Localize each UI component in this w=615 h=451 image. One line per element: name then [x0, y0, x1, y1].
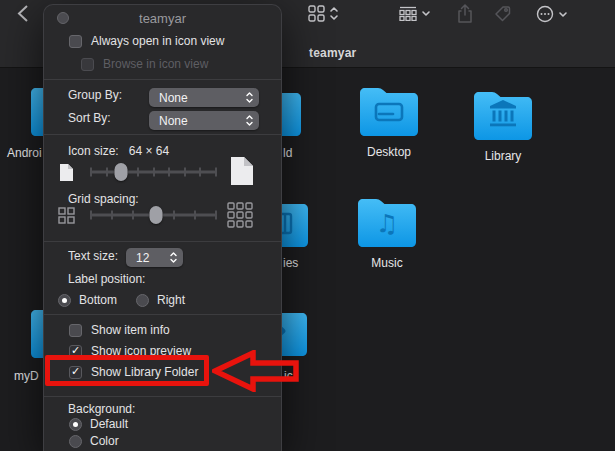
sort-by-label: Sort By: — [68, 111, 111, 125]
grid-spacing-label: Grid spacing: — [68, 192, 139, 206]
window-title: teamyar — [309, 46, 356, 60]
show-item-info-checkbox[interactable] — [69, 324, 82, 337]
folder-desktop[interactable]: Desktop — [357, 84, 421, 159]
group-by-popup[interactable]: None — [149, 88, 259, 107]
text-size-label: Text size: — [68, 249, 118, 263]
small-grid-icon — [58, 207, 75, 224]
icon-size-row: Icon size: 64 × 64 — [68, 144, 169, 158]
text-size-popup[interactable]: 12 — [126, 248, 183, 267]
divider — [44, 396, 282, 397]
background-label: Background: — [68, 402, 135, 416]
default-radio[interactable] — [69, 418, 82, 431]
ellipsis-circle-icon — [536, 5, 554, 23]
folder-icon: ♫ — [355, 195, 419, 247]
share-button[interactable] — [456, 3, 474, 24]
grid-spacing-slider[interactable] — [91, 206, 216, 224]
folder-label: Library — [471, 149, 535, 163]
folder-label: Androi — [7, 146, 42, 160]
color-radio[interactable] — [69, 435, 82, 448]
background-default-option[interactable]: Default — [69, 417, 128, 431]
folder-label: Desktop — [357, 145, 421, 159]
group-rows-icon — [399, 6, 417, 21]
more-options-button[interactable] — [536, 5, 568, 23]
small-document-icon — [59, 163, 74, 182]
divider — [44, 134, 282, 135]
chevron-down-icon — [421, 6, 431, 21]
label-position-bottom-option[interactable]: Bottom — [58, 293, 117, 307]
chevron-down-icon — [558, 5, 568, 23]
icon-grid-icon — [308, 5, 325, 22]
tag-button[interactable] — [493, 4, 512, 23]
panel-titlebar[interactable]: teamyar — [44, 5, 281, 31]
always-open-row[interactable]: Always open in icon view — [69, 34, 224, 48]
folder-label: myD — [14, 369, 39, 383]
divider — [44, 241, 282, 242]
folder-icon — [357, 84, 421, 136]
share-icon — [456, 3, 474, 24]
group-by-label: Group By: — [68, 88, 122, 102]
finder-window: teamyar Androi ld Desktop — [0, 0, 615, 451]
highlight-rectangle — [45, 355, 209, 386]
browse-checkbox — [81, 58, 94, 71]
stepper-icon — [245, 113, 254, 128]
browse-row: Browse in icon view — [81, 57, 208, 71]
folder-icon — [471, 88, 535, 140]
bottom-radio[interactable] — [58, 294, 71, 307]
divider — [44, 314, 282, 315]
large-grid-icon — [227, 202, 254, 229]
tag-icon — [493, 4, 512, 23]
divider — [44, 79, 282, 80]
slider-thumb[interactable] — [115, 163, 128, 181]
chevron-up-down-icon — [329, 5, 339, 22]
highlight-arrow-icon — [212, 350, 300, 392]
large-document-icon — [230, 156, 254, 186]
panel-title: teamyar — [44, 11, 281, 26]
folder-label: ies — [283, 256, 298, 270]
music-note-glyph: ♫ — [376, 209, 398, 238]
label-position-label: Label position: — [68, 272, 145, 286]
back-button[interactable] — [17, 4, 29, 23]
label-position-right-option[interactable]: Right — [136, 293, 185, 307]
icon-size-value: 64 × 64 — [129, 144, 169, 158]
group-by-button[interactable] — [399, 6, 431, 21]
background-color-option[interactable]: Color — [69, 434, 119, 448]
chevron-left-icon — [17, 4, 29, 23]
slider-thumb[interactable] — [150, 206, 163, 224]
folder-label: Music — [355, 256, 419, 270]
icon-size-slider[interactable] — [91, 163, 216, 181]
folder-music[interactable]: ♫ Music — [355, 195, 419, 270]
stepper-icon — [169, 250, 178, 265]
folder-label: ld — [283, 146, 292, 160]
folder-library[interactable]: Library — [471, 88, 535, 163]
show-item-info-row[interactable]: Show item info — [69, 323, 170, 337]
stepper-icon — [245, 90, 254, 105]
right-radio[interactable] — [136, 294, 149, 307]
sort-by-popup[interactable]: None — [149, 111, 259, 130]
view-mode-button[interactable] — [308, 5, 339, 22]
always-open-checkbox[interactable] — [69, 35, 82, 48]
